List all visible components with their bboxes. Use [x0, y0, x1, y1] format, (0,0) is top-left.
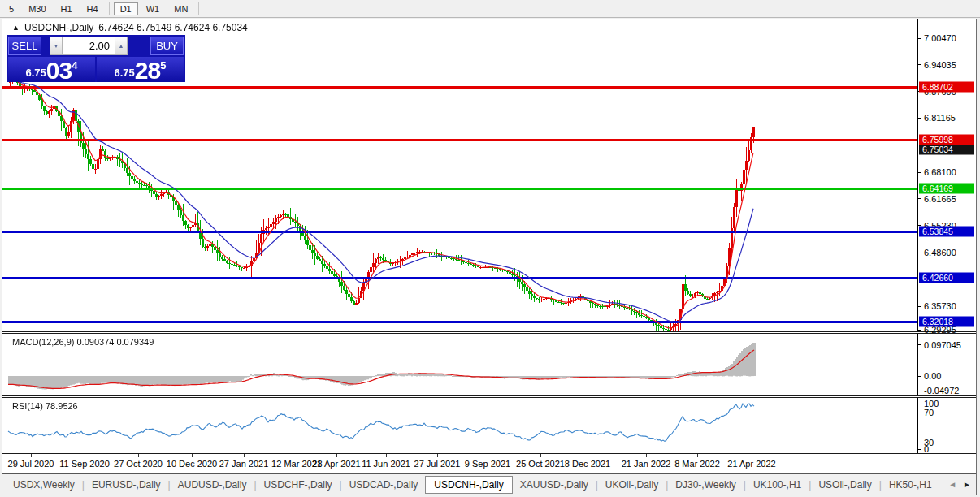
chevron-up-icon: ▲ — [119, 43, 124, 49]
date-tick-mark — [488, 454, 488, 457]
timeframe-button-h4[interactable]: H4 — [80, 2, 105, 15]
buy-button[interactable]: BUY — [150, 37, 184, 55]
timeframe-button-h1[interactable]: H1 — [54, 2, 79, 15]
date-label: 25 Oct 2021 — [516, 459, 565, 469]
toolbar-separator — [109, 2, 110, 15]
date-tick-mark — [386, 454, 387, 457]
date-tick-mark — [85, 454, 85, 457]
tab-scroll-arrows: ◄ ► — [943, 474, 974, 495]
date-label: 11 Sep 2020 — [59, 459, 110, 469]
tab-scroll-right-icon[interactable]: ► — [963, 480, 971, 489]
price-axis-tick: 6.48600 — [918, 248, 956, 257]
volume-increase-button[interactable]: ▲ — [115, 37, 128, 55]
chart-tab-hk50h1[interactable]: HK50-,H1 — [882, 476, 939, 494]
timeframe-button-d1[interactable]: D1 — [114, 2, 138, 15]
date-label: 10 Dec 2020 — [167, 459, 217, 469]
timeframe-button-w1[interactable]: W1 — [140, 2, 167, 15]
macd-label: MACD(12,26,9) 0.090374 0.079349 — [12, 337, 154, 347]
macd-axis[interactable]: 0.0970450.00-0.04972 — [917, 334, 976, 395]
rsi-axis-tick: 70 — [918, 408, 934, 417]
chart-tab-usdchfdaily[interactable]: USDCHF-,Daily — [257, 476, 340, 494]
macd-axis-tick: -0.04972 — [918, 386, 959, 395]
price-axis-tick: 7.00470 — [918, 33, 956, 43]
one-click-trade-panel: SELL ▼ 2.00 ▲ BUY 6.75 03 4 6.75 28 5 — [7, 35, 185, 82]
date-tick-mark — [588, 454, 588, 457]
date-label: 29 Jul 2020 — [8, 459, 54, 469]
chart-tab-usoildaily[interactable]: USOil-,Daily — [811, 476, 878, 494]
chart-tab-xauusddaily[interactable]: XAUUSD-,Daily — [513, 476, 596, 494]
timeframe-button-5[interactable]: 5 — [2, 2, 20, 15]
rsi-name: RSI(14) — [12, 401, 43, 411]
date-label: 27 Oct 2020 — [114, 459, 163, 469]
date-label: 28 Apr 2021 — [312, 459, 360, 469]
date-tick-mark — [697, 454, 698, 457]
rsi-row: RSI(14) 78.9526 10070300 — [2, 398, 976, 453]
toolbar-separator — [198, 2, 199, 15]
buy-price-sup: 5 — [160, 59, 166, 71]
chart-tab-uk100h1[interactable]: UK100-,H1 — [746, 476, 809, 494]
date-tick-mark — [437, 454, 438, 457]
rsi-axis-tick: 0 — [918, 444, 929, 454]
rsi-plot-area: RSI(14) 78.9526 — [2, 398, 917, 453]
price-level-badge: 6.75034 — [919, 144, 974, 154]
chart-tab-usdxweekly[interactable]: USDX,Weekly — [6, 476, 82, 494]
price-level-badge: 6.64169 — [919, 184, 974, 194]
buy-price-prefix: 6.75 — [115, 67, 135, 79]
chart-tab-usdcnhdaily[interactable]: USDCNH-,Daily — [425, 476, 512, 494]
price-level-badge: 6.75998 — [919, 134, 974, 145]
macd-row: MACD(12,26,9) 0.090374 0.079349 0.097045… — [2, 334, 976, 395]
macd-plot-area: MACD(12,26,9) 0.090374 0.079349 — [2, 334, 917, 395]
sell-price-big: 03 — [46, 60, 72, 81]
tab-scroll-left-icon[interactable]: ◄ — [948, 480, 956, 489]
macd-values: 0.090374 0.079349 — [76, 337, 154, 347]
sell-price-sup: 4 — [72, 59, 77, 71]
date-tick-mark — [336, 454, 337, 457]
sell-price-button[interactable]: 6.75 03 4 — [8, 57, 95, 82]
price-level-badge: 6.42660 — [919, 272, 974, 283]
buy-price-big: 28 — [135, 60, 160, 81]
chart-tab-bar: USDX,Weekly|EURUSD-,Daily|AUDUSD-,Daily|… — [2, 474, 976, 495]
date-tick-mark — [752, 454, 752, 457]
buy-price-button[interactable]: 6.75 28 5 — [97, 57, 184, 82]
chart-tab-eurusddaily[interactable]: EURUSD-,Daily — [85, 476, 168, 494]
symbol-label: USDCNH-,Daily — [24, 22, 93, 33]
date-label: 27 Jan 2021 — [219, 459, 269, 469]
price-axis-tick: 6.35730 — [918, 301, 956, 311]
date-label: 27 Jul 2021 — [414, 459, 461, 469]
macd-axis-tick: 0.097045 — [918, 340, 961, 350]
date-label: 11 Jun 2021 — [362, 459, 410, 469]
date-tick-mark — [540, 454, 541, 457]
chart-tab-dj30weekly[interactable]: DJ30-,Weekly — [668, 476, 743, 494]
date-tick-mark — [192, 454, 193, 457]
volume-input[interactable]: 2.00 — [63, 37, 115, 55]
collapse-icon[interactable]: ▲ — [12, 24, 20, 32]
rsi-axis[interactable]: 10070300 — [917, 398, 976, 453]
price-chart-row: ▲ USDCNH-,Daily 6.74624 6.75149 6.74624 … — [2, 19, 976, 331]
price-axis[interactable]: 7.004706.940356.876006.811656.681006.616… — [917, 19, 976, 331]
timeframe-button-mn[interactable]: MN — [167, 2, 194, 15]
chart-tab-audusddaily[interactable]: AUDUSD-,Daily — [171, 476, 254, 494]
rsi-value: 78.9526 — [46, 401, 78, 411]
macd-axis-tick: 0.00 — [918, 371, 941, 381]
date-label: 21 Jan 2022 — [622, 459, 671, 469]
date-tick-mark — [138, 454, 139, 457]
price-level-badge: 6.32018 — [919, 316, 974, 326]
price-axis-tick: 6.94035 — [918, 60, 956, 70]
chart-tab-ukoildaily[interactable]: UKOil-,Daily — [598, 476, 666, 494]
chart-title: ▲ USDCNH-,Daily 6.74624 6.75149 6.74624 … — [12, 22, 248, 33]
volume-decrease-button[interactable]: ▼ — [50, 37, 63, 55]
chart-tab-usdcaddaily[interactable]: USDCAD-,Daily — [342, 476, 426, 494]
ohlc-values: 6.74624 6.75149 6.74624 6.75034 — [98, 22, 248, 33]
sell-button[interactable]: SELL — [8, 37, 41, 55]
rsi-canvas[interactable] — [2, 398, 917, 453]
timeframe-button-m30[interactable]: M30 — [22, 2, 52, 15]
date-label: 8 Dec 2021 — [565, 459, 610, 469]
date-label: 21 Apr 2022 — [727, 459, 775, 469]
price-level-badge: 6.88702 — [919, 82, 974, 93]
date-label: 9 Sep 2021 — [465, 459, 510, 469]
chevron-down-icon: ▼ — [54, 43, 59, 49]
date-axis[interactable]: 29 Jul 202011 Sep 202027 Oct 202010 Dec … — [2, 454, 976, 473]
date-label: 8 Mar 2022 — [674, 459, 720, 469]
sell-price-prefix: 6.75 — [26, 67, 46, 79]
date-tick-mark — [646, 454, 647, 457]
